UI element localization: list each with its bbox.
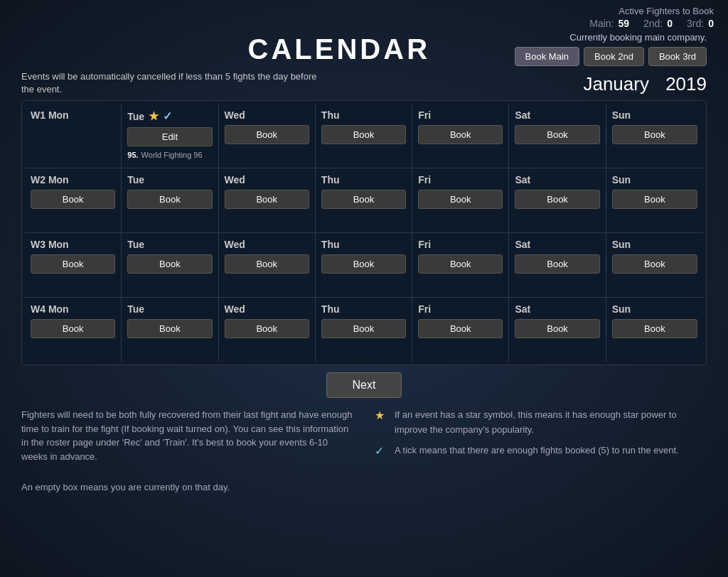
cell-button-w3-d3[interactable]: Book — [225, 254, 309, 274]
week-row-3: W3 MonBookTueBookWedBookThuBookFriBookSa… — [25, 233, 703, 298]
star-legend-text: If an event has a star symbol, this mean… — [395, 408, 707, 438]
cell-button-w4-d4[interactable]: Book — [321, 319, 406, 338]
cell-header-w2-d4: Thu — [321, 174, 340, 185]
cell-header-w2-d7: Sun — [612, 174, 631, 185]
booking-status: Currently booking main company. — [569, 32, 707, 43]
cell-button-w3-d5[interactable]: Book — [418, 254, 503, 274]
cell-button-w3-d7[interactable]: Book — [612, 254, 697, 274]
cell-button-w3-d6[interactable]: Book — [515, 254, 599, 274]
cell-w4-d1: W4 MonBook — [25, 298, 122, 362]
day-label-w3-d6: Sat — [515, 239, 530, 250]
footer-legends: ★ If an event has a star symbol, this me… — [375, 408, 707, 497]
fighter-stats: Main: 59 2nd: 0 3rd: 0 — [589, 18, 714, 29]
year-label: 2019 — [665, 73, 707, 95]
check-legend-text: A tick means that there are enough fight… — [395, 443, 707, 458]
footer-paragraph-2: An empty box means you are currently on … — [21, 480, 353, 495]
cell-w2-d4: ThuBook — [316, 168, 412, 232]
cell-button-w2-d6[interactable]: Book — [515, 190, 599, 209]
day-label-w2-d2: Tue — [127, 174, 144, 185]
day-label-w4-d5: Fri — [418, 303, 431, 315]
day-label-w1-d1: W1 Mon — [31, 109, 69, 121]
cell-button-w4-d2[interactable]: Book — [127, 319, 212, 338]
cell-button-w3-d4[interactable]: Book — [321, 254, 406, 274]
cell-header-w3-d5: Fri — [418, 239, 431, 250]
cell-header-w1-d3: Wed — [225, 109, 245, 121]
cell-w3-d1: W3 MonBook — [25, 233, 122, 297]
month-year: January 2019 — [583, 70, 707, 95]
next-button[interactable]: Next — [326, 372, 402, 398]
cell-w3-d2: TueBook — [122, 233, 218, 297]
star-legend-icon: ★ — [375, 408, 389, 424]
cell-w4-d2: TueBook — [122, 298, 218, 362]
cell-w3-d3: WedBook — [219, 233, 316, 297]
month-label: January — [583, 73, 649, 95]
cell-header-w1-d6: Sat — [515, 109, 530, 121]
star-icon-w1-d2: ★ — [149, 109, 159, 123]
day-label-w3-d5: Fri — [418, 239, 431, 250]
cell-w2-d3: WedBook — [219, 168, 316, 232]
cell-w4-d3: WedBook — [219, 298, 316, 362]
cell-w2-d5: FriBook — [412, 168, 509, 232]
cell-button-w2-d5[interactable]: Book — [418, 190, 503, 209]
cell-w1-d6: SatBook — [509, 104, 606, 168]
cell-header-w2-d6: Sat — [515, 174, 530, 185]
day-label-w1-d7: Sun — [612, 109, 631, 121]
cell-header-w4-d1: W4 Mon — [31, 303, 69, 315]
cell-button-w2-d1[interactable]: Book — [31, 190, 115, 209]
event-name-w1-d2: World Fighting 96 — [141, 151, 203, 159]
cell-header-w2-d5: Fri — [418, 174, 431, 185]
cell-w4-d5: FriBook — [412, 298, 509, 362]
event-number-w1-d2: 95. — [127, 151, 138, 159]
cell-button-w4-d3[interactable]: Book — [225, 319, 309, 338]
cell-header-w2-d3: Wed — [225, 174, 245, 185]
cell-button-w1-d2[interactable]: Edit — [127, 127, 212, 146]
cell-button-w4-d6[interactable]: Book — [515, 319, 599, 338]
cell-button-w1-d6[interactable]: Book — [515, 125, 599, 144]
day-label-w1-d2: Tue — [127, 111, 144, 122]
main-label: Main: — [589, 18, 614, 29]
cell-header-w1-d7: Sun — [612, 109, 631, 121]
cell-button-w3-d1[interactable]: Book — [31, 254, 115, 274]
day-label-w3-d7: Sun — [612, 239, 631, 250]
third-value: 0 — [708, 18, 714, 29]
cell-w3-d6: SatBook — [509, 233, 606, 297]
book-main-button[interactable]: Book Main — [515, 47, 579, 66]
day-label-w2-d7: Sun — [612, 174, 631, 185]
day-label-w3-d3: Wed — [225, 239, 245, 250]
top-bar: Active Fighters to Book Main: 59 2nd: 0 … — [0, 0, 728, 32]
cell-w3-d5: FriBook — [412, 233, 509, 297]
cell-button-w2-d3[interactable]: Book — [225, 190, 309, 209]
cell-w4-d7: SunBook — [606, 298, 703, 362]
cell-header-w4-d5: Fri — [418, 303, 431, 315]
cell-button-w2-d4[interactable]: Book — [321, 190, 406, 209]
cell-button-w1-d4[interactable]: Book — [321, 125, 406, 144]
cell-button-w3-d2[interactable]: Book — [127, 254, 212, 274]
cell-header-w4-d3: Wed — [225, 303, 245, 315]
cell-button-w2-d2[interactable]: Book — [127, 190, 212, 209]
cell-button-w4-d1[interactable]: Book — [31, 319, 115, 338]
cell-button-w1-d3[interactable]: Book — [225, 125, 309, 144]
active-fighters-title: Active Fighters to Book — [619, 6, 714, 16]
book-3rd-button[interactable]: Book 3rd — [648, 47, 707, 66]
book-2nd-button[interactable]: Book 2nd — [584, 47, 644, 66]
cell-button-w4-d5[interactable]: Book — [418, 319, 503, 338]
cell-header-w3-d3: Wed — [225, 239, 245, 250]
day-label-w2-d1: W2 Mon — [31, 174, 69, 185]
cell-button-w2-d7[interactable]: Book — [612, 190, 697, 209]
cell-header-w3-d2: Tue — [127, 239, 144, 250]
day-label-w4-d7: Sun — [612, 303, 631, 315]
week-row-1: W1 MonTue★✓Edit95.World Fighting 96WedBo… — [25, 104, 703, 168]
cell-button-w1-d5[interactable]: Book — [418, 125, 503, 144]
cell-button-w1-d7[interactable]: Book — [612, 125, 697, 144]
cell-header-w3-d4: Thu — [321, 239, 340, 250]
cell-w2-d1: W2 MonBook — [25, 168, 122, 232]
cell-header-w4-d6: Sat — [515, 303, 530, 315]
cell-header-w1-d4: Thu — [321, 109, 340, 121]
check-legend-icon: ✓ — [375, 443, 389, 459]
cell-button-w4-d7[interactable]: Book — [612, 319, 697, 338]
check-icon-w1-d2: ✓ — [163, 109, 172, 123]
cell-header-w3-d7: Sun — [612, 239, 631, 250]
cell-w1-d2: Tue★✓Edit95.World Fighting 96 — [122, 104, 218, 168]
cell-header-w1-d2: Tue★✓ — [127, 109, 172, 123]
cell-w4-d4: ThuBook — [316, 298, 412, 362]
